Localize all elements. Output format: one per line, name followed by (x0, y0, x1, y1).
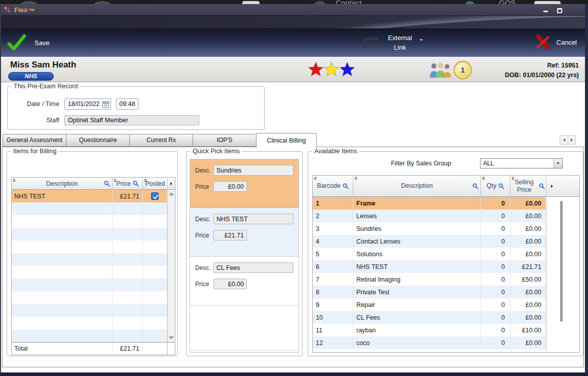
billing-row[interactable] (12, 215, 167, 228)
billing-row[interactable] (12, 228, 167, 241)
staff-input[interactable]: Optinet Staff Member (64, 115, 199, 125)
quick-pick-item[interactable]: Desc.CL FeesPrice£0.00 (190, 257, 299, 305)
staff-value: Optinet Staff Member (68, 117, 128, 124)
available-item-row[interactable]: 8Private Test0£0.00 (313, 286, 546, 298)
dropdown-caret-button[interactable] (554, 159, 562, 168)
available-column-expander[interactable] (546, 176, 579, 197)
billing-cell-price (113, 291, 143, 304)
scroll-up-arrow[interactable] (169, 192, 174, 195)
linked-patients-indicator[interactable]: 1 (428, 61, 472, 79)
tab-scroll-right-button[interactable] (568, 135, 575, 144)
tab-general-assessment[interactable]: General Assessment (3, 134, 66, 147)
available-item-row[interactable]: 3Sundries0£0.00 (313, 222, 546, 235)
available-item-row[interactable]: 6NHS TEST0£21.71 (313, 260, 546, 273)
content-area: This Pre-Exam Record Date / Time 18/01/2… (1, 82, 585, 372)
quick-pick-item[interactable]: Desc.SundriesPrice£0.00 (190, 159, 299, 208)
quick-pick-price-field[interactable]: £21.71 (213, 230, 247, 241)
quick-pick-desc-field[interactable]: NHS TEST (213, 214, 293, 224)
quick-pick-item[interactable]: Desc.NHS TESTPrice£21.71 (190, 208, 299, 257)
billing-row[interactable] (12, 317, 167, 329)
available-item-row[interactable]: 12coco0£0.00 (313, 336, 546, 349)
available-cell-price: £21.71 (510, 260, 546, 273)
background-app-title: Contact (336, 0, 362, 4)
billing-column-expander[interactable] (168, 178, 175, 190)
time-input[interactable]: 09:48 (116, 98, 138, 110)
available-table-scrollbar (546, 176, 579, 352)
screen: Contact GOS Flex TM (0, 0, 588, 376)
available-scrollbar-track[interactable] (546, 197, 579, 352)
billing-scrollbar-track[interactable] (168, 190, 175, 342)
external-link-button[interactable]: External Link (361, 33, 423, 52)
patient-name: Miss Sam Heath (10, 60, 76, 70)
quick-pick-desc-field[interactable]: CL Fees (213, 262, 293, 273)
billing-row[interactable] (12, 202, 167, 215)
tab-iops[interactable]: IOP'S (193, 134, 256, 147)
available-cell-barcode: 2 (313, 210, 353, 222)
billing-row[interactable] (12, 266, 167, 279)
save-button[interactable]: Save (7, 34, 50, 51)
billing-row[interactable] (12, 304, 167, 317)
calendar-icon[interactable] (102, 101, 109, 108)
available-item-row[interactable]: 7Retinal Imaging0£50.00 (313, 273, 546, 286)
maximize-button[interactable] (556, 7, 564, 13)
quick-pick-price-field[interactable]: £0.00 (213, 279, 247, 289)
available-item-row[interactable]: 9Repair0£0.00 (313, 298, 546, 311)
billing-row[interactable] (12, 329, 167, 342)
tab-clinical-billing[interactable]: Clinical Billing (256, 133, 317, 148)
available-cell-barcode: 4 (313, 235, 353, 248)
external-link-label: External Link (385, 33, 415, 52)
tab-current-rx[interactable]: Current Rx (129, 134, 193, 147)
billing-row[interactable] (12, 253, 167, 266)
available-cell-price: £0.00 (510, 298, 546, 311)
scrollbar-thumb[interactable] (560, 201, 563, 322)
search-icon[interactable] (539, 183, 545, 189)
external-link-dropdown-caret[interactable] (420, 39, 423, 41)
available-cell-qty: 0 (481, 286, 510, 298)
quick-pick-desc-field[interactable]: Sundries (213, 165, 293, 176)
tab-scroll-left-button[interactable] (560, 135, 568, 144)
billing-row[interactable] (12, 291, 167, 304)
billing-col-description[interactable]: Description (12, 178, 113, 189)
available-cell-barcode: 7 (313, 273, 353, 286)
available-item-row[interactable]: 4Contact Lenses0£0.00 (313, 235, 546, 248)
billing-cell-posted (143, 304, 167, 317)
billing-cell-posted (143, 291, 167, 304)
billing-cell-price (113, 304, 143, 317)
tab-questionnaire[interactable]: Questionnaire (66, 134, 130, 147)
available-cell-price: £0.00 (510, 311, 546, 324)
available-item-row[interactable]: 2Lenses0£0.00 (313, 210, 546, 222)
available-item-row[interactable]: 11rayban0£10.00 (313, 324, 546, 336)
billing-row[interactable] (12, 241, 167, 253)
available-cell-description: Contact Lenses (353, 235, 481, 248)
minimize-button[interactable] (541, 7, 549, 13)
available-cell-barcode: 1 (313, 197, 353, 210)
search-icon[interactable] (472, 183, 479, 189)
available-col-qty[interactable]: Qty (481, 176, 510, 196)
search-icon[interactable] (104, 181, 110, 187)
available-col-selling-price[interactable]: Selling Price (510, 176, 546, 196)
billing-row[interactable] (12, 279, 167, 291)
billing-col-price[interactable]: Price (113, 178, 143, 189)
quick-pick-price-field[interactable]: £0.00 (213, 181, 247, 192)
available-col-description[interactable]: Description (353, 176, 481, 196)
billing-cell-posted (143, 190, 167, 202)
available-item-row[interactable]: 10CL Fees0£0.00 (313, 311, 546, 324)
billing-table: Description Price Po (11, 177, 175, 355)
search-icon[interactable] (343, 183, 349, 189)
column-header-label: Posted (145, 180, 165, 187)
sales-group-dropdown[interactable]: ALL (480, 158, 563, 168)
billing-col-posted[interactable]: Posted (143, 178, 167, 189)
search-icon[interactable] (498, 183, 504, 189)
search-icon[interactable] (133, 181, 139, 187)
background-desktop-strip: Contact GOS (0, 0, 588, 4)
cancel-button[interactable]: Cancel (535, 35, 577, 50)
quick-pick-price-label: Price (195, 232, 213, 239)
date-input[interactable]: 18/01/2022 (64, 98, 111, 110)
available-col-barcode[interactable]: Barcode (313, 176, 353, 196)
posted-checkbox[interactable] (151, 192, 159, 200)
available-item-row[interactable]: 5Solutions0£0.00 (313, 248, 546, 260)
available-cell-barcode: 6 (313, 260, 353, 273)
scroll-down-arrow[interactable] (169, 336, 174, 339)
available-item-row[interactable]: 1Frame0£0.00 (313, 197, 546, 210)
billing-row[interactable]: NHS TEST£21.71 (12, 190, 167, 202)
